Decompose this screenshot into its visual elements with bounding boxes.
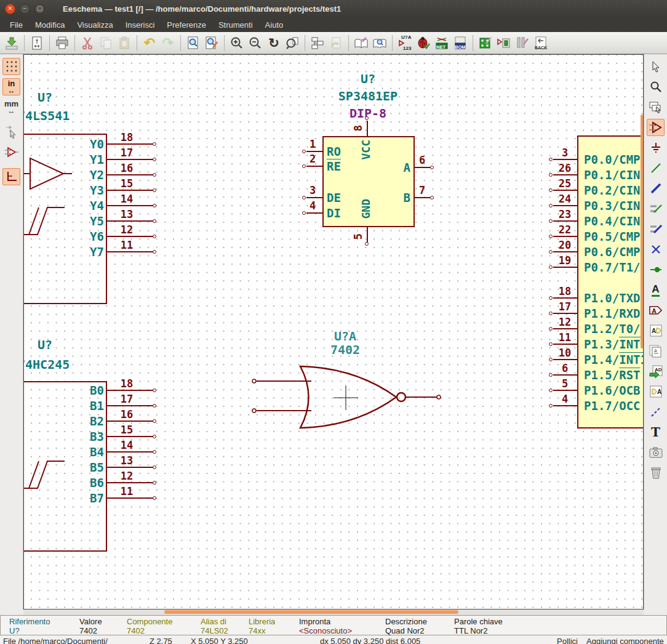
no-connect-button[interactable] [647,241,665,258]
menu-aiuto[interactable]: Aiuto [259,18,290,31]
schematic-canvas[interactable]: U? 74LS541 Y018 Y117 Y216 Y315 Y414 Y513… [23,54,644,610]
copy-button[interactable] [97,34,115,52]
menu-file[interactable]: File [4,18,29,31]
hierarchy-select-button[interactable] [647,99,665,116]
erc-button[interactable] [414,34,433,52]
library-browser-button[interactable] [370,34,389,52]
zoom-out-button[interactable] [246,34,265,52]
highlight-net-button[interactable] [647,78,665,95]
place-image-button[interactable] [647,444,665,461]
menu-preferenze[interactable]: Preferenze [161,18,212,31]
redo-button[interactable]: ↷ [159,34,177,52]
u245-reference: U? [38,338,52,352]
pin-wire [553,205,577,206]
annotate-button[interactable]: U?A 123 [396,34,414,52]
page-settings-button[interactable] [28,34,46,52]
place-component-button[interactable] [647,119,665,136]
zoom-in-button[interactable] [228,34,246,52]
pin-row[interactable]: Y711 [107,244,158,260]
find-button[interactable] [184,34,202,52]
place-net-label-button[interactable]: A [647,281,665,299]
cut-button[interactable] [78,34,97,52]
field-componente-label: Componente [127,617,172,626]
place-junction-button[interactable] [647,261,665,278]
pin-number: 6 [414,155,430,166]
undo-button[interactable]: ↶ [140,34,159,52]
find-replace-icon [204,36,219,50]
grid-toggle-button[interactable] [2,58,20,75]
pin-wire [553,328,577,329]
select-tool-button[interactable] [647,58,665,75]
menu-inserisci[interactable]: Inserisci [119,18,161,31]
run-pcbnew-button[interactable] [476,34,495,52]
place-hierarchical-sheet-button[interactable] [647,342,665,360]
pin-wire [553,297,577,299]
left-toolbar: in ↔ mm ↔ [0,54,23,610]
hv-wire-mode-button[interactable] [2,168,20,185]
u245-value: 74HC245 [23,358,70,371]
pin-number: 3 [303,185,322,196]
place-bus-button[interactable] [647,180,665,197]
menu-visualizza[interactable]: Visualizza [71,18,119,31]
pin-row[interactable]: B711 [107,491,158,506]
place-text-button[interactable]: T [647,424,665,441]
svg-text:A: A [652,307,657,315]
find-replace-button[interactable] [202,34,221,52]
window-minimize-button[interactable]: − [20,4,30,14]
menu-strumenti[interactable]: Strumenti [212,18,259,31]
vertical-scrollbar-thumb[interactable] [641,115,644,348]
pin-number: 24 [552,193,578,204]
library-editor-button[interactable] [352,34,370,52]
bus-to-bus-entry-button[interactable] [647,220,665,238]
pin-wire [107,421,153,422]
wire-to-bus-entry-button[interactable] [647,200,665,217]
pin-number: 5 [552,378,578,389]
place-hierarchical-label-button[interactable]: A [647,322,665,339]
delete-tool-button[interactable] [647,464,665,481]
place-power-button[interactable] [647,139,665,156]
units-mm-button[interactable]: mm ↔ [2,99,20,116]
show-hidden-pins-button[interactable] [2,143,20,161]
pin-name: P0.4/CIN1 [584,214,644,228]
back-annotate-button[interactable]: BACK [532,34,550,52]
horizontal-scrollbar [0,610,667,615]
footprint-editor-button[interactable] [513,34,532,52]
paste-button[interactable] [115,34,134,52]
hierarchy-navigator-button[interactable] [308,34,327,52]
place-global-label-button[interactable]: A [647,302,665,319]
pin-number: 7 [414,185,430,196]
footprint-associate-button[interactable] [495,34,513,52]
zoom-fit-button[interactable] [283,34,302,52]
print-button[interactable] [53,34,71,52]
cursor-shape-button[interactable] [2,123,20,140]
menu-modifica[interactable]: Modifica [29,18,71,31]
place-wire-button[interactable] [647,159,665,177]
window-close-button[interactable]: ✕ [5,4,15,14]
inches-arrow: ↔ [8,87,15,94]
pin-end [153,173,156,177]
horizontal-scrollbar-thumb[interactable] [164,610,458,614]
pin-number: 11 [110,239,144,251]
pin-end [153,435,156,438]
place-sheet-pin-button[interactable]: A [647,383,665,400]
leave-sheet-button[interactable] [327,34,345,52]
back-annotate-text: BACK [535,46,547,50]
pin-end [153,404,156,408]
save-button[interactable] [2,34,21,52]
bom-button[interactable]: BOM [451,34,469,52]
netlist-button[interactable]: NET [433,34,451,52]
pin-row[interactable]: 4P1.7/OCC [553,398,644,414]
pin-name: B6 [90,476,104,489]
hierarchical-label-icon: A [649,324,663,337]
pin-row[interactable]: 19P0.7/T1/K [553,260,644,275]
status-zoom: Z 2.75 [150,636,172,644]
window-maximize-button[interactable]: ▢ [34,4,45,14]
pin-end [302,211,306,215]
pin-end [153,158,156,161]
horizontal-scrollbar-track[interactable] [23,610,644,615]
import-hierarchical-label-button[interactable]: AD [647,363,665,380]
units-inches-button[interactable]: in ↔ [2,78,20,95]
redraw-button[interactable]: ↻ [265,34,283,52]
pin-name: P0.3/CIN1 [584,199,644,212]
place-graphic-line-button[interactable] [647,403,665,421]
